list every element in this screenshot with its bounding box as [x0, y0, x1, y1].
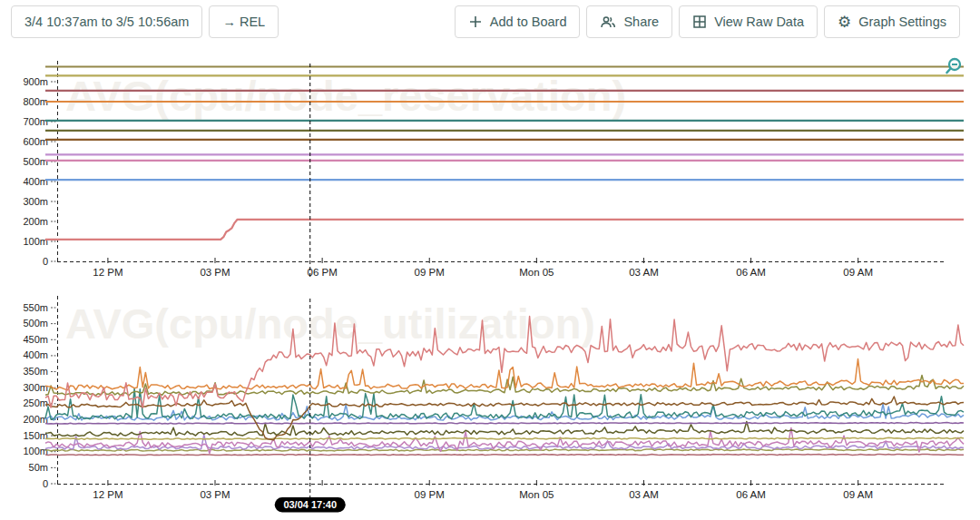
toolbar-left-group: 3/4 10:37am to 3/5 10:56am → REL	[11, 5, 279, 38]
y-tick-label: 400m	[23, 349, 48, 360]
graph-settings-label: Graph Settings	[858, 15, 946, 29]
x-tick-label: 09 AM	[843, 489, 873, 500]
add-to-board-label: Add to Board	[490, 15, 567, 29]
share-label: Share	[623, 15, 659, 29]
plus-icon	[468, 15, 483, 29]
people-icon	[600, 15, 616, 29]
x-tick-label: Mon 05	[519, 267, 554, 278]
view-raw-data-label: View Raw Data	[714, 15, 804, 29]
y-tick-label: 800m	[23, 96, 48, 107]
toolbar: 3/4 10:37am to 3/5 10:56am → REL Add to …	[0, 0, 980, 44]
y-tick-label: 550m	[23, 302, 48, 313]
y-tick-label: 250m	[23, 397, 48, 408]
toolbar-right-group: Add to Board Share View Raw Data	[455, 5, 960, 38]
gear-icon: ⚙	[838, 15, 851, 30]
x-tick-label: 09 AM	[843, 267, 873, 278]
rel-mode-button[interactable]: → REL	[209, 5, 279, 38]
y-tick-label: 900m	[23, 76, 48, 87]
view-raw-data-button[interactable]: View Raw Data	[679, 5, 818, 38]
y-tick-label: 700m	[23, 116, 48, 127]
time-range-label: 3/4 10:37am to 3/5 10:56am	[24, 15, 189, 29]
y-tick-label: 50m	[29, 462, 48, 473]
series-line-light-olive-104m	[45, 449, 964, 451]
x-tick-label: 06 PM	[308, 267, 338, 278]
zoom-out-handle	[947, 69, 951, 74]
x-tick-label: 06 AM	[736, 267, 766, 278]
crosshair-time-label: 03/04 17:40	[283, 499, 337, 510]
y-tick-label: 200m	[23, 414, 48, 425]
x-tick-label: 06 AM	[736, 489, 766, 500]
y-tick-label: 100m	[23, 446, 48, 456]
y-tick-label: 200m	[23, 216, 48, 227]
y-tick-label: 500m	[23, 318, 48, 329]
chart-watermark-title: AVG(cpu/node_reservation)	[65, 72, 626, 120]
y-tick-label: 150m	[23, 430, 48, 441]
zoom-out-icon[interactable]	[947, 59, 961, 73]
series-line-step-110m-to-210m	[45, 220, 964, 240]
chart-watermark-title: AVG(cpu/node_utilization)	[65, 299, 595, 348]
grid-icon	[692, 15, 707, 29]
x-tick-label: 09 PM	[415, 267, 445, 278]
y-tick-label: 100m	[23, 236, 48, 247]
y-tick-label: 350m	[23, 366, 48, 377]
y-tick-label: 300m	[23, 196, 48, 207]
y-tick-label: 500m	[23, 156, 48, 167]
y-tick-label: 0	[43, 256, 48, 267]
x-tick-label: 03 AM	[629, 267, 659, 278]
utilization-chart-canvas[interactable]: AVG(cpu/node_utilization)550m500m450m400…	[0, 286, 980, 520]
y-tick-label: 300m	[23, 382, 48, 393]
add-to-board-button[interactable]: Add to Board	[455, 5, 581, 38]
series-line-purple-flat-188m	[45, 423, 964, 425]
time-range-button[interactable]: 3/4 10:37am to 3/5 10:56am	[11, 5, 202, 38]
share-button[interactable]: Share	[586, 5, 672, 38]
series-line-olive-285m	[45, 376, 964, 396]
x-tick-label: 03 PM	[200, 267, 230, 278]
x-tick-label: 03 PM	[200, 489, 230, 500]
y-tick-label: 600m	[23, 136, 48, 147]
series-line-maroon-flat-90m	[45, 455, 964, 456]
y-tick-label: 450m	[23, 334, 48, 345]
x-tick-label: 09 PM	[415, 489, 445, 500]
rel-mode-label: → REL	[222, 15, 265, 29]
series-line-khaki-140m	[45, 437, 964, 439]
y-tick-label: 0	[43, 478, 48, 489]
reservation-chart-canvas[interactable]: AVG(cpu/node_reservation)900m800m700m600…	[0, 50, 980, 284]
x-tick-label: 12 PM	[93, 489, 122, 500]
y-tick-label: 400m	[23, 176, 48, 187]
x-tick-label: 03 AM	[629, 489, 659, 500]
x-tick-label: Mon 05	[519, 489, 554, 500]
graph-settings-button[interactable]: ⚙ Graph Settings	[824, 5, 960, 38]
x-tick-label: 12 PM	[93, 267, 122, 278]
